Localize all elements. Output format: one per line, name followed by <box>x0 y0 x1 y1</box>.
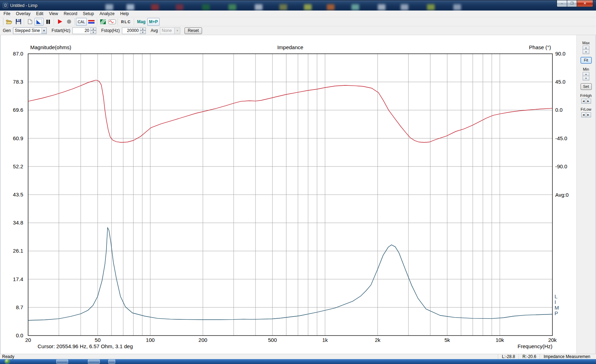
arrow-right-icon[interactable]: ▶ <box>586 112 591 117</box>
pause-icon <box>46 20 50 24</box>
sine-generator-button[interactable] <box>108 18 117 26</box>
menu-help[interactable]: Help <box>117 11 132 17</box>
spin-down-icon[interactable]: ▼ <box>91 31 96 34</box>
glass-reflection <box>401 4 408 10</box>
glass-reflection <box>304 4 312 10</box>
menu-analyze[interactable]: Analyze <box>97 11 117 17</box>
set-button[interactable]: Set <box>581 83 592 90</box>
spin-down-icon[interactable]: ▼ <box>140 31 146 34</box>
title-bar[interactable]: Ω Untitled - Limp – ❐ ✕ <box>0 0 596 11</box>
start-orb-icon[interactable] <box>5 359 9 364</box>
toolbar-grip[interactable] <box>2 18 4 25</box>
floppy-disk-icon <box>16 19 21 24</box>
frhigh-stepper[interactable]: ◀▶ <box>577 99 595 104</box>
fstart-input[interactable] <box>72 27 91 34</box>
menu-view[interactable]: View <box>46 11 61 17</box>
spin-up-icon[interactable]: ▲ <box>583 46 589 50</box>
toolbar-separator <box>134 18 134 25</box>
glass-reflection <box>151 4 159 10</box>
fstart-spinner[interactable]: ▲▼ <box>91 27 96 34</box>
gen-label: Gen <box>3 28 11 33</box>
max-spinner[interactable]: ▲▼ <box>583 46 589 54</box>
glass-reflection <box>228 4 236 10</box>
chart-title: Impedance <box>277 44 303 50</box>
spin-down-icon[interactable]: ▼ <box>583 50 589 54</box>
x-axis-tick: 20k <box>548 337 557 343</box>
level-bars-icon <box>88 20 95 24</box>
magnitude-curve <box>28 228 552 320</box>
arrow-right-icon[interactable]: ▶ <box>586 99 591 104</box>
left-axis-tick: 78.3 <box>13 79 23 85</box>
fit-button[interactable]: Fit <box>581 57 592 64</box>
right-axis-tick: 0.0 <box>555 107 563 113</box>
minimize-button[interactable]: – <box>557 0 567 7</box>
left-axis-tick: 43.5 <box>13 191 23 197</box>
chevron-down-icon: ▼ <box>41 28 46 34</box>
fstop-spinner[interactable]: ▲▼ <box>140 27 146 34</box>
start-measurement-button[interactable] <box>55 18 64 26</box>
left-axis-tick: 26.1 <box>13 248 23 254</box>
rlc-mode-button[interactable]: RLC <box>119 18 133 26</box>
toolbar-separator <box>74 18 75 25</box>
glass-reflection <box>176 4 183 10</box>
save-button[interactable] <box>14 18 23 26</box>
glass-reflection <box>105 4 113 10</box>
generator-bar: Gen Stepped Sine ▼ Fstart(Hz) ▲▼ Fstop(H… <box>0 26 596 35</box>
record-button[interactable] <box>64 18 73 26</box>
menu-record[interactable]: Record <box>61 11 80 17</box>
copy-graph-button[interactable] <box>25 18 34 26</box>
impedance-plot[interactable] <box>1 35 595 355</box>
record-circle-icon <box>67 19 71 24</box>
glass-reflection <box>279 4 287 10</box>
taskbar-button[interactable] <box>88 359 100 364</box>
menu-edit[interactable]: Edit <box>33 11 46 17</box>
magnitude-view-button[interactable]: Mag <box>135 18 147 26</box>
chart-area[interactable]: Magnitude(ohms) Impedance Phase (°) Avg:… <box>0 35 596 354</box>
x-axis-tick: 50 <box>95 337 101 343</box>
avg-annotation: Avg:0 <box>555 192 569 198</box>
magnitude-phase-view-button[interactable]: M+P <box>147 18 160 26</box>
plot-canvas[interactable] <box>1 35 595 354</box>
glass-reflection <box>378 4 386 10</box>
spin-up-icon[interactable]: ▲ <box>583 72 589 76</box>
right-axis-tick: 45.0 <box>555 79 565 85</box>
menu-file[interactable]: File <box>1 11 13 17</box>
reset-button[interactable]: Reset <box>184 27 202 34</box>
signal-triangle-icon <box>36 19 42 24</box>
left-axis-tick: 8.7 <box>16 304 23 310</box>
min-spinner[interactable]: ▲▼ <box>583 72 589 80</box>
channel-levels-button[interactable] <box>87 18 96 26</box>
left-axis-tick: 52.2 <box>13 163 23 169</box>
generator-setup-button[interactable] <box>34 18 44 26</box>
pause-button[interactable] <box>44 18 53 26</box>
calibrate-button[interactable]: CAL <box>76 18 87 26</box>
x-axis-tick: 2k <box>375 337 381 343</box>
taskbar-button[interactable] <box>56 359 68 364</box>
right-channel-level: R:-20.6 <box>519 354 540 359</box>
arrow-left-icon[interactable]: ◀ <box>581 112 586 117</box>
menu-overlay[interactable]: Overlay <box>13 11 33 17</box>
generator-type-select[interactable]: Stepped Sine ▼ <box>13 27 47 34</box>
glass-reflection <box>453 4 461 10</box>
taskbar-button[interactable] <box>108 359 115 364</box>
menu-setup[interactable]: Setup <box>80 11 97 17</box>
left-axis-tick: 87.0 <box>13 51 23 57</box>
restore-button[interactable]: ❐ <box>567 0 577 7</box>
frlow-stepper[interactable]: ◀▶ <box>577 112 595 117</box>
x-axis-tick: 200 <box>199 337 207 343</box>
fstop-input[interactable] <box>122 27 140 34</box>
close-button[interactable]: ✕ <box>577 0 593 7</box>
spin-up-icon[interactable]: ▲ <box>140 27 146 31</box>
scale-control-panel: Max ▲▼ Fit Min ▲▼ Set FrHigh ◀▶ FrLow ◀▶ <box>576 35 595 354</box>
right-axis-title: Phase (°) <box>529 44 551 50</box>
play-icon <box>58 19 62 24</box>
min-label: Min <box>577 67 595 71</box>
spin-up-icon[interactable]: ▲ <box>91 27 96 31</box>
arrow-left-icon[interactable]: ◀ <box>581 99 586 104</box>
open-file-button[interactable] <box>5 18 14 26</box>
windows-taskbar[interactable] <box>0 359 596 364</box>
spectrum-view-button[interactable] <box>98 18 108 26</box>
x-axis-tick: 100 <box>146 337 155 343</box>
measurement-mode: Impedance Measuremen <box>540 354 596 359</box>
spin-down-icon[interactable]: ▼ <box>583 76 589 80</box>
